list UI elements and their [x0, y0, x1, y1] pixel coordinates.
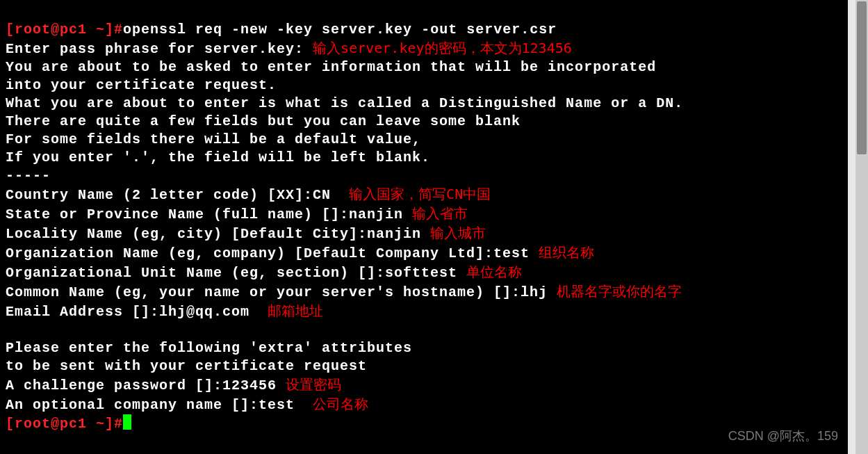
line-dashes: -----	[6, 168, 51, 184]
line-email: Email Address []:lhj@qq.com	[6, 304, 249, 320]
annotation-state: 输入省市	[412, 205, 468, 222]
line-about1: You are about to be asked to enter infor…	[6, 59, 656, 75]
line-passphrase: Enter pass phrase for server.key:	[6, 41, 304, 57]
annotation-country: 输入国家，简写CN中国	[349, 186, 491, 202]
line-cn: Common Name (eg, your name or your serve…	[6, 284, 548, 300]
prompt-host: root@pc1 ~	[15, 22, 105, 38]
command-text: openssl req -new -key server.key -out se…	[123, 22, 557, 38]
annotation-passphrase: 输入server.key的密码，本文为123456	[313, 40, 572, 56]
line-extra1: Please enter the following 'extra' attri…	[6, 340, 412, 356]
annotation-challenge: 设置密码	[286, 376, 341, 393]
line-state: State or Province Name (full name) []:na…	[6, 206, 403, 222]
prompt-close-bracket: ]#	[105, 22, 123, 38]
prompt2-close-bracket: ]#	[105, 416, 123, 432]
annotation-ou: 单位名称	[466, 264, 522, 280]
terminal-window[interactable]: [root@pc1 ~]#openssl req -new -key serve…	[0, 0, 848, 454]
watermark-text: CSDN @阿杰。159	[728, 428, 838, 444]
line-country: Country Name (2 letter code) [XX]:CN	[6, 187, 331, 203]
line-locality: Locality Name (eg, city) [Default City]:…	[6, 226, 421, 242]
line-challenge: A challenge password []:123456	[6, 378, 277, 394]
line-default: For some fields there will be a default …	[6, 131, 421, 147]
prompt2-open-bracket: [	[6, 416, 15, 432]
line-extra2: to be sent with your certificate request	[6, 358, 367, 374]
line-dn: What you are about to enter is what is c…	[6, 95, 683, 111]
annotation-org: 组织名称	[539, 244, 594, 261]
cursor-block[interactable]	[123, 414, 131, 430]
prompt-open-bracket: [	[6, 22, 15, 38]
annotation-email: 邮箱地址	[268, 302, 323, 319]
vertical-scrollbar[interactable]	[855, 0, 868, 454]
annotation-locality: 输入城市	[430, 225, 486, 241]
annotation-company: 公司名称	[313, 396, 368, 412]
annotation-cn: 机器名字或你的名字	[557, 283, 682, 300]
scrollbar-thumb[interactable]	[857, 1, 867, 154]
line-about2: into your certificate request.	[6, 77, 277, 93]
line-org: Organization Name (eg, company) [Default…	[6, 245, 530, 261]
line-ou: Organizational Unit Name (eg, section) […	[6, 265, 457, 281]
prompt2-host: root@pc1 ~	[15, 416, 105, 432]
line-company: An optional company name []:test	[6, 397, 295, 413]
line-fields: There are quite a few fields but you can…	[6, 113, 521, 129]
line-blank: If you enter '.', the field will be left…	[6, 149, 430, 165]
